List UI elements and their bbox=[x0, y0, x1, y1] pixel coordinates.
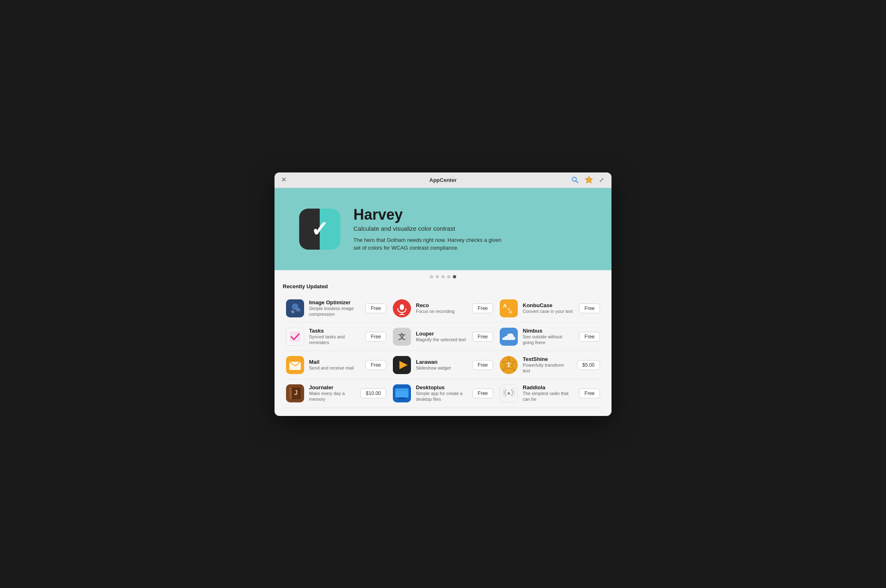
app-desc-louper: Magnify the selected text bbox=[416, 337, 467, 342]
app-window: ✕ AppCenter ! ⤢ ✓ bbox=[275, 172, 611, 416]
app-desc-desktopius: Simple app for create a desktop files bbox=[416, 390, 467, 402]
app-icon-image-optimizer bbox=[286, 299, 304, 317]
window-title: AppCenter bbox=[429, 177, 457, 183]
app-name-reco: Reco bbox=[416, 302, 467, 308]
app-desc-mail: Send and receive mail bbox=[309, 365, 360, 371]
price-btn-louper[interactable]: Free bbox=[472, 332, 493, 342]
app-desc-raddiola: The simplest radio that can be bbox=[523, 390, 574, 402]
svg-rect-12 bbox=[401, 312, 402, 314]
app-icon-mail bbox=[286, 356, 304, 374]
app-item-konbucase: AaKonbuCaseConvert case in your textFree bbox=[496, 294, 603, 323]
app-name-desktopius: Desktopius bbox=[416, 384, 467, 390]
svg-rect-9 bbox=[292, 311, 294, 313]
app-name-journaler: Journaler bbox=[309, 384, 355, 390]
svg-point-37 bbox=[508, 392, 510, 395]
app-item-nimbus: NimbusSee outside without going thereFre… bbox=[496, 323, 603, 351]
price-btn-image-optimizer[interactable]: Free bbox=[365, 303, 386, 313]
svg-rect-33 bbox=[395, 388, 408, 397]
price-btn-konbucase[interactable]: Free bbox=[579, 303, 600, 313]
app-desc-reco: Focus on recording bbox=[416, 308, 467, 314]
price-btn-mail[interactable]: Free bbox=[365, 360, 386, 370]
hero-app-icon: ✓ bbox=[299, 209, 340, 250]
expand-icon: ⤢ bbox=[599, 177, 604, 183]
app-name-mail: Mail bbox=[309, 359, 360, 365]
app-grid: Image OptimizerSimple lossless image com… bbox=[283, 294, 603, 408]
app-info-louper: LouperMagnify the selected text bbox=[416, 331, 467, 342]
app-name-larawan: Larawan bbox=[416, 359, 467, 365]
app-item-textshine: TTextShinePowerfully transform text$5.00 bbox=[496, 351, 603, 379]
svg-text:!: ! bbox=[588, 178, 590, 182]
dot-3[interactable] bbox=[441, 275, 445, 278]
app-info-mail: MailSend and receive mail bbox=[309, 359, 360, 371]
svg-point-0 bbox=[572, 177, 577, 181]
app-item-mail: MailSend and receive mailFree bbox=[283, 351, 390, 379]
app-item-reco: RecoFocus on recordingFree bbox=[390, 294, 496, 323]
dot-4[interactable] bbox=[447, 275, 450, 278]
app-list-content: Recently Updated Image OptimizerSimple l… bbox=[275, 283, 611, 416]
app-desc-tasks: Synced tasks and reminders bbox=[309, 334, 360, 346]
expand-button[interactable]: ⤢ bbox=[598, 176, 605, 184]
notification-button[interactable]: ! bbox=[584, 175, 594, 185]
app-icon-textshine: T bbox=[500, 356, 518, 374]
svg-line-1 bbox=[576, 181, 579, 184]
dot-2[interactable] bbox=[436, 275, 439, 278]
app-desc-nimbus: See outside without going there bbox=[523, 334, 574, 346]
app-icon-louper: 文 bbox=[393, 328, 411, 346]
dot-1[interactable] bbox=[430, 275, 433, 278]
app-item-image-optimizer: Image OptimizerSimple lossless image com… bbox=[283, 294, 390, 323]
price-btn-larawan[interactable]: Free bbox=[472, 360, 493, 370]
price-btn-journaler[interactable]: $10.00 bbox=[360, 388, 386, 398]
app-info-konbucase: KonbuCaseConvert case in your text bbox=[523, 302, 574, 314]
price-btn-nimbus[interactable]: Free bbox=[579, 332, 600, 342]
app-info-raddiola: RaddiolaThe simplest radio that can be bbox=[523, 384, 574, 402]
price-btn-desktopius[interactable]: Free bbox=[472, 388, 493, 398]
app-info-tasks: TasksSynced tasks and reminders bbox=[309, 328, 360, 346]
app-name-louper: Louper bbox=[416, 331, 467, 337]
svg-text:A: A bbox=[503, 303, 507, 309]
app-name-raddiola: Raddiola bbox=[523, 384, 574, 390]
app-item-larawan: LarawanSlideshow widgetFree bbox=[390, 351, 496, 379]
price-btn-reco[interactable]: Free bbox=[472, 303, 493, 313]
hero-app-subtitle: Calculate and visualize color contrast bbox=[353, 225, 510, 232]
hero-checkmark: ✓ bbox=[311, 217, 329, 241]
app-desc-konbucase: Convert case in your text bbox=[523, 308, 574, 314]
app-desc-image-optimizer: Simple lossless image compression bbox=[309, 305, 360, 317]
app-info-larawan: LarawanSlideshow widget bbox=[416, 359, 467, 371]
app-info-reco: RecoFocus on recording bbox=[416, 302, 467, 314]
app-info-nimbus: NimbusSee outside without going there bbox=[523, 328, 574, 346]
app-desc-journaler: Make every day a memory bbox=[309, 390, 355, 402]
hero-banner: ✓ Harvey Calculate and visualize color c… bbox=[275, 188, 611, 270]
svg-rect-30 bbox=[289, 388, 292, 399]
search-button[interactable] bbox=[570, 175, 579, 184]
hero-app-description: The hero that Gotham needs right now. Ha… bbox=[353, 236, 510, 252]
app-item-raddiola: RaddiolaThe simplest radio that can beFr… bbox=[496, 379, 603, 408]
app-icon-konbucase: Aa bbox=[500, 299, 518, 317]
svg-rect-34 bbox=[395, 390, 408, 391]
app-name-nimbus: Nimbus bbox=[523, 328, 574, 334]
app-name-konbucase: KonbuCase bbox=[523, 302, 574, 308]
app-icon-raddiola bbox=[500, 384, 518, 402]
app-icon-tasks bbox=[286, 328, 304, 346]
hero-app-name: Harvey bbox=[353, 206, 510, 223]
price-btn-textshine[interactable]: $5.00 bbox=[577, 360, 600, 370]
app-name-tasks: Tasks bbox=[309, 328, 360, 334]
app-icon-journaler: J bbox=[286, 384, 304, 402]
app-item-journaler: JJournalerMake every day a memory$10.00 bbox=[283, 379, 390, 408]
app-item-desktopius: DesktopiusSimple app for create a deskto… bbox=[390, 379, 496, 408]
price-btn-raddiola[interactable]: Free bbox=[579, 388, 600, 398]
app-name-textshine: TextShine bbox=[523, 356, 572, 362]
dot-5[interactable] bbox=[453, 275, 456, 278]
close-button[interactable]: ✕ bbox=[281, 177, 286, 183]
app-item-tasks: TasksSynced tasks and remindersFree bbox=[283, 323, 390, 351]
svg-rect-11 bbox=[400, 304, 404, 310]
section-title: Recently Updated bbox=[283, 283, 603, 289]
app-desc-textshine: Powerfully transform text bbox=[523, 362, 572, 374]
svg-text:文: 文 bbox=[398, 333, 406, 341]
app-name-image-optimizer: Image Optimizer bbox=[309, 299, 360, 305]
svg-rect-7 bbox=[289, 311, 301, 312]
price-btn-tasks[interactable]: Free bbox=[365, 332, 386, 342]
titlebar-actions: ! ⤢ bbox=[570, 175, 605, 185]
app-info-journaler: JournalerMake every day a memory bbox=[309, 384, 355, 402]
app-info-desktopius: DesktopiusSimple app for create a deskto… bbox=[416, 384, 467, 402]
svg-text:T: T bbox=[507, 361, 511, 368]
